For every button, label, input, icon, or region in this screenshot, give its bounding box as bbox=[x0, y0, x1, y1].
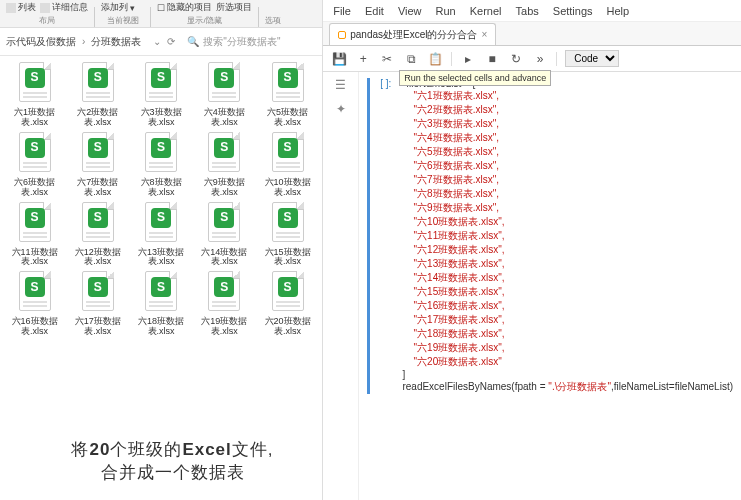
toc-icon[interactable]: ☰ bbox=[335, 78, 346, 92]
xlsx-icon: S bbox=[143, 62, 179, 106]
xlsx-icon: S bbox=[143, 271, 179, 315]
file-label: 六1班数据表.xlsx bbox=[4, 108, 65, 128]
file-label: 六10班数据表.xlsx bbox=[257, 178, 318, 198]
close-icon[interactable]: × bbox=[481, 29, 487, 40]
menu-help[interactable]: Help bbox=[607, 5, 630, 17]
xlsx-icon: S bbox=[270, 62, 306, 106]
file-item[interactable]: S六4班数据表.xlsx bbox=[194, 62, 255, 128]
notebook-toolbar: 💾 + ✂ ⧉ 📋 ▸ ■ ↻ » Code Run the selected … bbox=[323, 46, 741, 72]
file-label: 六18班数据表.xlsx bbox=[130, 317, 191, 337]
xlsx-icon: S bbox=[270, 202, 306, 246]
ribbon-hidden[interactable]: ☐ 隐藏的项目 bbox=[157, 1, 212, 14]
xlsx-icon: S bbox=[270, 271, 306, 315]
menu-file[interactable]: File bbox=[333, 5, 351, 17]
dropdown-icon[interactable]: ⌄ bbox=[153, 36, 161, 47]
xlsx-icon: S bbox=[143, 202, 179, 246]
file-label: 六3班数据表.xlsx bbox=[130, 108, 191, 128]
file-item[interactable]: S六18班数据表.xlsx bbox=[130, 271, 191, 337]
ribbon-addcol[interactable]: 添加列 ▾ bbox=[101, 1, 144, 14]
file-item[interactable]: S六15班数据表.xlsx bbox=[257, 202, 318, 268]
menu-kernel[interactable]: Kernel bbox=[470, 5, 502, 17]
cut-icon[interactable]: ✂ bbox=[379, 51, 395, 67]
file-item[interactable]: S六19班数据表.xlsx bbox=[194, 271, 255, 337]
menu-settings[interactable]: Settings bbox=[553, 5, 593, 17]
file-item[interactable]: S六2班数据表.xlsx bbox=[67, 62, 128, 128]
file-label: 六20班数据表.xlsx bbox=[257, 317, 318, 337]
file-label: 六9班数据表.xlsx bbox=[194, 178, 255, 198]
stop-icon[interactable]: ■ bbox=[484, 51, 500, 67]
file-item[interactable]: S六9班数据表.xlsx bbox=[194, 132, 255, 198]
file-label: 六8班数据表.xlsx bbox=[130, 178, 191, 198]
ribbon-details[interactable]: 详细信息 bbox=[40, 1, 88, 14]
file-item[interactable]: S六12班数据表.xlsx bbox=[67, 202, 128, 268]
tooltip: Run the selected cells and advance bbox=[399, 70, 551, 86]
fastforward-icon[interactable]: » bbox=[532, 51, 548, 67]
run-icon[interactable]: ▸ bbox=[460, 51, 476, 67]
ribbon-list[interactable]: 列表 bbox=[6, 1, 36, 14]
file-label: 六17班数据表.xlsx bbox=[67, 317, 128, 337]
file-label: 六7班数据表.xlsx bbox=[67, 178, 128, 198]
file-item[interactable]: S六3班数据表.xlsx bbox=[130, 62, 191, 128]
xlsx-icon: S bbox=[270, 132, 306, 176]
xlsx-icon: S bbox=[80, 271, 116, 315]
file-item[interactable]: S六8班数据表.xlsx bbox=[130, 132, 191, 198]
file-item[interactable]: S六6班数据表.xlsx bbox=[4, 132, 65, 198]
xlsx-icon: S bbox=[206, 271, 242, 315]
xlsx-icon: S bbox=[206, 62, 242, 106]
ribbon: 列表 详细信息 布局 排序方式 ▾ 添加列 ▾ 当前视图 ☐ 隐藏的项目 所选项… bbox=[0, 0, 322, 28]
file-item[interactable]: S六10班数据表.xlsx bbox=[257, 132, 318, 198]
address-bar: 示代码及假数据 › 分班数据表 ⌄ ⟳ 🔍 搜索"分班数据表" bbox=[0, 28, 322, 56]
code-cell[interactable]: [ ]:fileNameList = [ "六1班数据表.xlsx", "六2班… bbox=[367, 78, 733, 394]
paste-icon[interactable]: 📋 bbox=[427, 51, 443, 67]
xlsx-icon: S bbox=[17, 202, 53, 246]
caption: 将20个班级的Excel文件, 合并成一个数据表 bbox=[0, 438, 345, 484]
breadcrumb-a[interactable]: 示代码及假数据 bbox=[6, 35, 76, 49]
breadcrumb-b[interactable]: 分班数据表 bbox=[91, 35, 141, 49]
add-icon[interactable]: + bbox=[355, 51, 371, 67]
menu-view[interactable]: View bbox=[398, 5, 422, 17]
menu-tabs[interactable]: Tabs bbox=[516, 5, 539, 17]
file-label: 六6班数据表.xlsx bbox=[4, 178, 65, 198]
xlsx-icon: S bbox=[80, 202, 116, 246]
file-label: 六12班数据表.xlsx bbox=[67, 248, 128, 268]
save-icon[interactable]: 💾 bbox=[331, 51, 347, 67]
cell-type-select[interactable]: Code bbox=[565, 50, 619, 67]
chevron-right-icon: › bbox=[82, 36, 85, 47]
file-label: 六19班数据表.xlsx bbox=[194, 317, 255, 337]
notebook-tab[interactable]: pandas处理Excel的分分合合 × bbox=[329, 23, 496, 45]
xlsx-icon: S bbox=[17, 132, 53, 176]
xlsx-icon: S bbox=[80, 132, 116, 176]
tabbar: pandas处理Excel的分分合合 × bbox=[323, 22, 741, 46]
file-label: 六2班数据表.xlsx bbox=[67, 108, 128, 128]
restart-icon[interactable]: ↻ bbox=[508, 51, 524, 67]
file-item[interactable]: S六17班数据表.xlsx bbox=[67, 271, 128, 337]
file-item[interactable]: S六14班数据表.xlsx bbox=[194, 202, 255, 268]
notebook-icon bbox=[338, 31, 346, 39]
file-item[interactable]: S六7班数据表.xlsx bbox=[67, 132, 128, 198]
xlsx-icon: S bbox=[17, 62, 53, 106]
xlsx-icon: S bbox=[143, 132, 179, 176]
file-label: 六13班数据表.xlsx bbox=[130, 248, 191, 268]
ribbon-selected[interactable]: 所选项目 bbox=[216, 1, 252, 14]
file-label: 六14班数据表.xlsx bbox=[194, 248, 255, 268]
file-label: 六11班数据表.xlsx bbox=[4, 248, 65, 268]
menubar: FileEditViewRunKernelTabsSettingsHelp bbox=[323, 0, 741, 22]
xlsx-icon: S bbox=[80, 62, 116, 106]
refresh-icon[interactable]: ⟳ bbox=[167, 36, 175, 47]
file-item[interactable]: S六13班数据表.xlsx bbox=[130, 202, 191, 268]
file-item[interactable]: S六11班数据表.xlsx bbox=[4, 202, 65, 268]
file-item[interactable]: S六5班数据表.xlsx bbox=[257, 62, 318, 128]
menu-run[interactable]: Run bbox=[436, 5, 456, 17]
file-label: 六4班数据表.xlsx bbox=[194, 108, 255, 128]
tab-title: pandas处理Excel的分分合合 bbox=[350, 28, 477, 42]
search-input[interactable]: 🔍 搜索"分班数据表" bbox=[187, 35, 317, 49]
file-grid: S六1班数据表.xlsxS六2班数据表.xlsxS六3班数据表.xlsxS六4班… bbox=[0, 56, 322, 343]
file-label: 六5班数据表.xlsx bbox=[257, 108, 318, 128]
ext-icon[interactable]: ✦ bbox=[336, 102, 346, 116]
menu-edit[interactable]: Edit bbox=[365, 5, 384, 17]
sidebar-gutter: ☰ ✦ bbox=[323, 72, 359, 500]
file-item[interactable]: S六20班数据表.xlsx bbox=[257, 271, 318, 337]
copy-icon[interactable]: ⧉ bbox=[403, 51, 419, 67]
file-item[interactable]: S六16班数据表.xlsx bbox=[4, 271, 65, 337]
file-item[interactable]: S六1班数据表.xlsx bbox=[4, 62, 65, 128]
